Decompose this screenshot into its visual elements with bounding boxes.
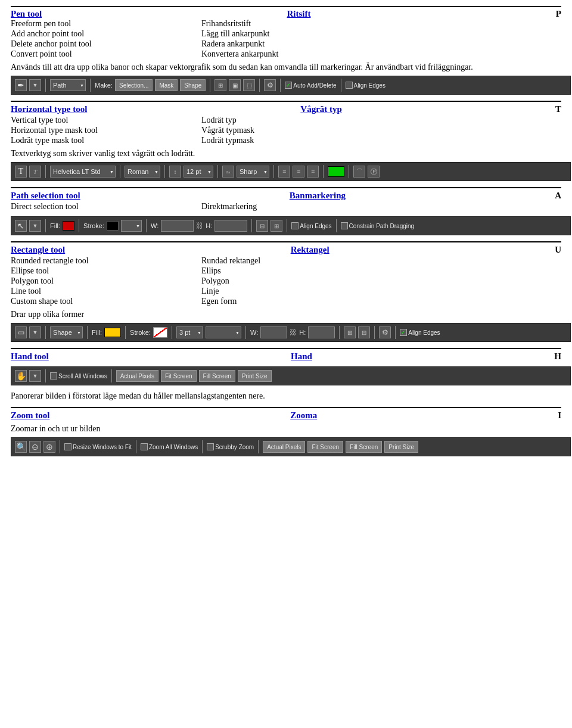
pen-freeform-sv: Frihandsritstift — [201, 19, 251, 29]
rounded-rect-row: Rounded rectangle tool Rundad rektangel — [11, 256, 561, 266]
zoom-all-checkbox[interactable]: Zoom All Windows — [141, 443, 198, 450]
rect-shape-dropdown[interactable]: Shape — [50, 326, 83, 338]
tb-sep-25 — [339, 326, 340, 339]
resize-windows-cb[interactable] — [64, 443, 72, 450]
warp-icon[interactable]: ⌒ — [353, 166, 365, 178]
font-dropdown[interactable]: Helvetica LT Std — [50, 166, 116, 178]
selection-btn[interactable]: Selection... — [115, 79, 153, 91]
shape-btn[interactable]: Shape — [180, 79, 206, 91]
custom-shape-sv: Egen form — [201, 297, 237, 306]
vmask-sv: Lodrät typmask — [201, 136, 254, 145]
ellipse-en: Ellipse tool — [11, 266, 201, 276]
rect-align-edges[interactable]: Align Edges — [400, 329, 440, 336]
tb-sep-16 — [146, 219, 147, 232]
link-icon: ⛓ — [196, 222, 203, 231]
fill-color[interactable] — [63, 221, 74, 231]
htype-title-row: Horizontal type tool Vågrät typ T — [11, 104, 561, 114]
actual-pixels-btn[interactable]: Actual Pixels — [116, 370, 158, 382]
polygon-en: Polygon tool — [11, 276, 201, 286]
align-right-icon[interactable]: ≡ — [307, 166, 319, 178]
rounded-rect-sv: Rundad rektangel — [201, 256, 260, 266]
rect-title: Rectangle tool — [11, 245, 65, 255]
pen-tool-title: Pen tool — [11, 9, 42, 19]
type-color[interactable] — [328, 166, 344, 177]
pathsel-title-row: Path selection tool Banmarkering A — [11, 191, 561, 201]
zoom-all-cb[interactable] — [141, 443, 148, 450]
rect-toolbar: ▭ ▼ Shape Fill: Stroke: 3 pt W: ⛓ H: ⊞ ⊟… — [11, 323, 571, 342]
scroll-all-checkbox[interactable]: Scroll All Windows — [50, 372, 107, 379]
align-icon-1[interactable]: ⊟ — [256, 220, 268, 232]
zoom-minus-icon[interactable]: ⊖ — [29, 441, 41, 453]
align-center-icon[interactable]: ≡ — [293, 166, 304, 178]
rounded-rect-en: Rounded rectangle tool — [11, 256, 201, 266]
pathsel-align-edges[interactable]: Align Edges — [291, 222, 331, 229]
tb-sep-31 — [136, 440, 136, 453]
pen-convert-en: Convert point tool — [11, 49, 201, 59]
style-dropdown[interactable]: Roman — [125, 166, 160, 178]
rect-align-icon-2[interactable]: ⊟ — [358, 326, 370, 338]
pen-add-anchor-sv: Lägg till ankarpunkt — [201, 29, 269, 39]
pathsel-tool-icon: ↖ — [15, 220, 27, 232]
fill-screen-btn[interactable]: Fill Screen — [199, 370, 235, 382]
scrubby-cb[interactable] — [207, 443, 214, 450]
pathsel-dropdown-icon[interactable]: ▼ — [29, 220, 41, 232]
h-input[interactable] — [214, 220, 247, 232]
zoom-fit-screen-btn[interactable]: Fit Screen — [307, 441, 343, 453]
rect-align-label: Align Edges — [408, 329, 440, 336]
stroke-color-box[interactable] — [153, 327, 167, 338]
make-label: Make: — [95, 82, 113, 89]
rect-dropdown-icon[interactable]: ▼ — [29, 326, 41, 338]
size-dropdown[interactable]: 12 pt — [184, 166, 213, 178]
zoom-print-size-btn[interactable]: Print Size — [384, 441, 418, 453]
stroke-size-dropdown[interactable] — [121, 220, 142, 232]
w-label: W: — [151, 222, 158, 229]
constrain-cb[interactable] — [341, 222, 348, 229]
rect-align-icon-1[interactable]: ⊞ — [344, 326, 356, 338]
char-panel-icon[interactable]: Ⓟ — [368, 166, 380, 178]
custom-shape-en: Custom shape tool — [11, 297, 201, 306]
zoom-fill-screen-btn[interactable]: Fill Screen — [346, 441, 382, 453]
rect-gear-icon[interactable]: ⚙ — [379, 326, 391, 338]
align-edges-checkbox[interactable]: Align Edges — [346, 82, 386, 89]
resize-windows-checkbox[interactable]: Resize Windows to Fit — [64, 443, 132, 450]
tb-sep-5 — [280, 79, 281, 92]
stroke-style-dropdown[interactable] — [206, 326, 241, 338]
auto-add-delete-checkbox[interactable]: Auto Add/Delete — [285, 82, 336, 89]
rect-w-input[interactable] — [260, 326, 287, 338]
align-edges-cb[interactable] — [346, 82, 353, 89]
stroke-size-dropdown2[interactable]: 3 pt — [176, 326, 203, 338]
tb-sep-12 — [323, 165, 324, 178]
zoom-plus-icon[interactable]: ⊕ — [43, 441, 55, 453]
constrain-checkbox[interactable]: Constrain Path Dragging — [341, 222, 415, 229]
rect-h-input[interactable] — [308, 326, 335, 338]
gear-icon[interactable]: ⚙ — [264, 79, 276, 91]
hand-dropdown-icon[interactable]: ▼ — [29, 370, 41, 382]
vtype-row: Vertical type tool Lodrät typ — [11, 116, 561, 125]
antialias-dropdown[interactable]: Sharp — [237, 166, 269, 178]
rect-fill-color[interactable] — [104, 328, 121, 337]
scroll-all-cb[interactable] — [50, 372, 57, 379]
hand-description: Panorerar bilden i förstorat läge medan … — [11, 391, 561, 401]
pathsel-align-cb[interactable] — [291, 222, 299, 229]
stroke-color[interactable] — [107, 221, 119, 231]
scrubby-checkbox[interactable]: Scrubby Zoom — [207, 443, 254, 450]
pen-delete-anchor-en: Delete anchor point tool — [11, 39, 201, 49]
zoom-actual-pixels-btn[interactable]: Actual Pixels — [263, 441, 305, 453]
mask-btn[interactable]: Mask — [155, 79, 178, 91]
fit-screen-btn[interactable]: Fit Screen — [161, 370, 197, 382]
vtype-sv: Lodrät typ — [201, 116, 237, 125]
rect-align-cb[interactable] — [400, 329, 407, 336]
htype-swedish: Vågrät typ — [300, 104, 342, 114]
align-left-icon[interactable]: ≡ — [278, 166, 290, 178]
print-size-btn[interactable]: Print Size — [238, 370, 272, 382]
auto-add-delete-cb[interactable] — [285, 82, 292, 89]
pathsel-toolbar: ↖ ▼ Fill: Stroke: W: ⛓ H: ⊟ ⊞ Align Edge… — [11, 216, 571, 235]
tb-sep-18 — [287, 219, 287, 232]
pen-delete-anchor-sv: Radera ankarpunkt — [201, 39, 265, 49]
path-dropdown[interactable]: Path — [50, 79, 86, 91]
w-input[interactable] — [161, 220, 194, 232]
pen-add-anchor-en: Add anchor point tool — [11, 29, 201, 39]
pen-dropdown-icon[interactable]: ▼ — [29, 79, 41, 91]
align-icon-2[interactable]: ⊞ — [271, 220, 282, 232]
pen-convert-sv: Konvertera ankarpunkt — [201, 49, 278, 59]
